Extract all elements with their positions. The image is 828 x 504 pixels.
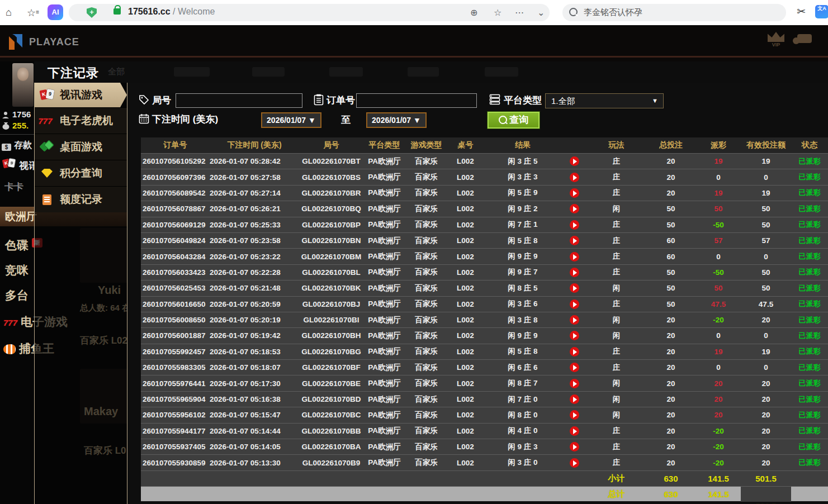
query-button[interactable]: 查询	[488, 112, 540, 129]
cell-status: 已派彩	[791, 410, 828, 420]
cell-replay[interactable]	[562, 156, 587, 166]
table-row: 2601070559659042026-01-07 05:16:38GL0022…	[141, 391, 828, 407]
cell-replay[interactable]	[562, 283, 587, 293]
vip-icon[interactable]: VIP	[768, 32, 784, 47]
cell-replay[interactable]	[562, 188, 587, 198]
cell-round: GL002261070BC	[299, 411, 363, 419]
menu-item-points[interactable]: 积分查询	[34, 160, 127, 186]
sidebar-item-deposit[interactable]: $存款	[2, 140, 32, 151]
search-input[interactable]: 李金铭否认怀孕	[562, 4, 786, 21]
translate-icon[interactable]: 文A	[815, 5, 828, 18]
menu-item-video-games[interactable]: K9 视讯游戏	[34, 83, 127, 107]
cell-replay[interactable]	[562, 204, 587, 213]
replay-button[interactable]	[570, 458, 579, 468]
cell-bet-time: 2026-01-07 05:27:58	[210, 173, 299, 182]
customer-service-icon[interactable]	[797, 34, 812, 43]
replay-button[interactable]	[570, 379, 579, 388]
cell-result: 闲 5 庄 9	[484, 188, 562, 198]
cell-status: 已派彩	[791, 378, 828, 388]
subtotal-row: 小计 630 141.5 501.5	[141, 470, 828, 486]
cell-replay[interactable]	[562, 315, 587, 325]
cell-replay[interactable]	[562, 394, 587, 404]
cell-replay[interactable]	[562, 426, 587, 436]
cell-replay[interactable]	[562, 379, 587, 388]
home-icon[interactable]: ⌂	[6, 6, 12, 18]
cell-replay[interactable]	[562, 442, 587, 451]
bookmarks-icon[interactable]: ☆≡	[27, 6, 39, 19]
sidebar-item-video[interactable]: K9视讯	[2, 158, 38, 172]
replay-button[interactable]	[570, 315, 579, 325]
cell-game-type: 百家乐	[405, 378, 447, 388]
cell-result: 闲 8 庄 0	[484, 410, 562, 420]
cell-replay[interactable]	[562, 173, 587, 182]
cell-payout: 20	[696, 379, 741, 388]
menu-item-slots[interactable]: 777 电子老虎机	[34, 107, 127, 134]
order-input[interactable]	[356, 93, 477, 108]
replay-button[interactable]	[570, 283, 579, 293]
location-icon[interactable]: ⊕	[470, 7, 477, 18]
header-payout: 派彩	[696, 140, 741, 150]
replay-button[interactable]	[570, 347, 579, 356]
replay-button[interactable]	[570, 268, 579, 277]
cell-replay[interactable]	[562, 458, 587, 468]
cell-order: 260107055937405	[141, 443, 210, 451]
replay-button[interactable]	[570, 220, 579, 230]
clipping-tool-icon[interactable]: ✂	[797, 5, 806, 18]
search-icon	[499, 116, 507, 124]
platform-select[interactable]: 1.全部 ▼	[545, 93, 664, 108]
replay-button[interactable]	[570, 394, 579, 404]
cell-replay[interactable]	[562, 268, 587, 277]
date-from-picker[interactable]: 2026/01/07 ▼	[261, 112, 321, 128]
cell-valid-bet: 20	[741, 427, 791, 435]
address-bar[interactable]: + 175616.cc / Welcome ⊕ ☆ ⋯ ⌄	[69, 4, 550, 21]
replay-button[interactable]	[570, 252, 579, 261]
cell-game-type: 百家乐	[405, 426, 447, 436]
cell-table: L002	[447, 379, 484, 388]
replay-button[interactable]	[570, 204, 579, 213]
replay-button[interactable]	[570, 156, 579, 166]
bookmark-star-icon[interactable]: ☆	[494, 7, 501, 18]
cell-replay[interactable]	[562, 331, 587, 340]
sidebar-item-card[interactable]: 卡卡	[4, 180, 23, 193]
adblock-shield-icon[interactable]: +	[87, 7, 97, 18]
playace-logo[interactable]: PLAYACE	[8, 33, 79, 51]
cell-platform: PA欧洲厅	[363, 346, 405, 356]
table-row: 2601070560498242026-01-07 05:23:58GL0022…	[141, 232, 828, 248]
cell-order: 260107055976441	[141, 379, 210, 388]
chevron-down-icon[interactable]: ⌄	[537, 7, 545, 18]
replay-button[interactable]	[570, 442, 579, 451]
ai-extension-icon[interactable]: AI	[48, 4, 63, 20]
round-input[interactable]	[176, 93, 302, 108]
cell-replay[interactable]	[562, 236, 587, 245]
replay-button[interactable]	[570, 299, 579, 309]
replay-button[interactable]	[570, 236, 579, 245]
more-menu-icon[interactable]: ⋯	[515, 7, 524, 18]
cell-replay[interactable]	[562, 299, 587, 309]
cell-replay[interactable]	[562, 363, 587, 372]
user-avatar[interactable]	[12, 63, 34, 107]
replay-button[interactable]	[570, 188, 579, 198]
cell-bet-time: 2026-01-07 05:15:47	[210, 411, 299, 419]
cell-replay[interactable]	[562, 220, 587, 230]
menu-item-table-games[interactable]: 桌面游戏	[34, 134, 127, 160]
cell-replay[interactable]	[562, 410, 587, 420]
menu-item-quota-records[interactable]: 额度记录	[34, 186, 127, 212]
cell-status: 已派彩	[791, 458, 828, 468]
cell-order: 260107055930859	[141, 459, 210, 467]
cell-round: GL002261070BJ	[299, 300, 363, 308]
cell-total-bet: 20	[646, 173, 696, 182]
cell-bet-time: 2026-01-07 05:20:59	[210, 300, 299, 308]
header-play: 玩法	[587, 140, 646, 150]
date-to-picker[interactable]: 2026/01/07 ▼	[366, 112, 427, 128]
replay-button[interactable]	[570, 173, 579, 182]
table-row: 2601070561052922026-01-07 05:28:42GL0022…	[141, 153, 828, 169]
cell-replay[interactable]	[562, 347, 587, 356]
replay-button[interactable]	[570, 426, 579, 436]
cell-total-bet: 60	[646, 253, 696, 261]
replay-button[interactable]	[570, 331, 579, 340]
cell-play: 庄	[587, 442, 646, 452]
replay-button[interactable]	[570, 363, 579, 372]
replay-button[interactable]	[570, 410, 579, 420]
cell-total-bet: 20	[646, 411, 696, 419]
cell-replay[interactable]	[562, 252, 587, 261]
